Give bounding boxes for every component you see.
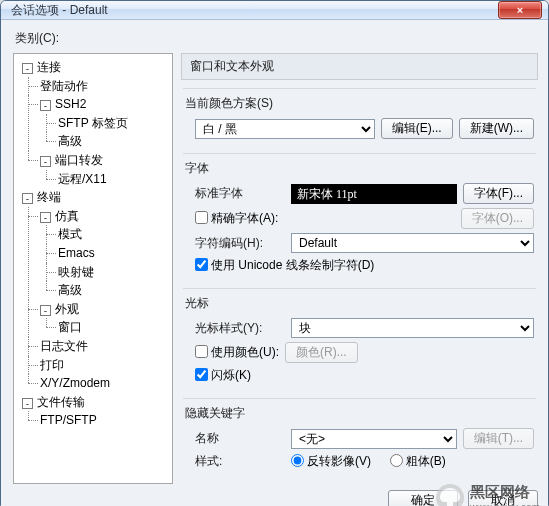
tree-item-advanced2[interactable]: 高级 bbox=[58, 281, 170, 300]
tree-item-connection[interactable]: -连接 登陆动作 -SSH2 SFTP 标签页 高级 bbox=[22, 58, 170, 188]
encoding-label: 字符编码(H): bbox=[195, 235, 285, 252]
titlebar[interactable]: 会话选项 - Default × bbox=[1, 1, 548, 20]
dialog-buttons: 确定 取消 bbox=[13, 484, 538, 506]
hidden-style-label: 样式: bbox=[195, 453, 285, 470]
expander-icon[interactable]: - bbox=[22, 398, 33, 409]
tree-item-login[interactable]: 登陆动作 bbox=[40, 77, 170, 96]
encoding-select[interactable]: Default bbox=[291, 233, 534, 253]
tree-item-ssh2[interactable]: -SSH2 SFTP 标签页 高级 bbox=[40, 95, 170, 151]
precise-font-button: 字体(O)... bbox=[461, 208, 534, 229]
tree-item-emulation[interactable]: -仿真 模式 Emacs 映射键 高级 bbox=[40, 207, 170, 300]
tree-item-xyz[interactable]: X/Y/Zmodem bbox=[40, 374, 170, 393]
tree-item-remote-x11[interactable]: 远程/X11 bbox=[58, 170, 170, 189]
std-font-label: 标准字体 bbox=[195, 185, 285, 202]
tree-item-sftp-tab[interactable]: SFTP 标签页 bbox=[58, 114, 170, 133]
std-font-button[interactable]: 字体(F)... bbox=[463, 183, 534, 204]
group-cursor: 光标 光标样式(Y): 块 使用颜色(U): 颜色(R)... 闪烁(K) bbox=[183, 288, 536, 398]
panel-header: 窗口和文本外观 bbox=[181, 53, 538, 80]
tree-item-logfile[interactable]: 日志文件 bbox=[40, 337, 170, 356]
cursor-style-label: 光标样式(Y): bbox=[195, 320, 285, 337]
hidden-bold-radio[interactable]: 粗体(B) bbox=[390, 453, 446, 470]
scheme-edit-button[interactable]: 编辑(E)... bbox=[381, 118, 453, 139]
window-title: 会话选项 - Default bbox=[11, 2, 108, 19]
client-area: 类别(C): -连接 登陆动作 -SSH2 SFTP 标签页 高级 bbox=[1, 20, 548, 506]
hidden-name-label: 名称 bbox=[195, 430, 285, 447]
tree-item-print[interactable]: 打印 bbox=[40, 356, 170, 375]
tree-item-mode[interactable]: 模式 bbox=[58, 225, 170, 244]
std-font-display: 新宋体 11pt bbox=[291, 184, 457, 204]
category-label: 类别(C): bbox=[15, 30, 538, 47]
tree-item-mapkeys[interactable]: 映射键 bbox=[58, 263, 170, 282]
tree-item-advanced[interactable]: 高级 bbox=[58, 132, 170, 151]
expander-icon[interactable]: - bbox=[22, 63, 33, 74]
expander-icon[interactable]: - bbox=[40, 212, 51, 223]
expander-icon[interactable]: - bbox=[40, 156, 51, 167]
tree-item-emacs[interactable]: Emacs bbox=[58, 244, 170, 263]
cursor-style-select[interactable]: 块 bbox=[291, 318, 534, 338]
hidden-group-title: 隐藏关键字 bbox=[185, 405, 534, 422]
category-tree[interactable]: -连接 登陆动作 -SSH2 SFTP 标签页 高级 bbox=[13, 53, 173, 484]
group-font: 字体 标准字体 新宋体 11pt 字体(F)... 精确字体(A): 字体(O)… bbox=[183, 153, 536, 288]
font-group-title: 字体 bbox=[185, 160, 534, 177]
group-hidden-keywords: 隐藏关键字 名称 <无> 编辑(T)... 样式: 反转影像(V) 粗体(B) bbox=[183, 398, 536, 484]
cursor-color-button: 颜色(R)... bbox=[285, 342, 358, 363]
cursor-group-title: 光标 bbox=[185, 295, 534, 312]
hidden-edit-button: 编辑(T)... bbox=[463, 428, 534, 449]
tree-item-appearance[interactable]: -外观 窗口 bbox=[40, 300, 170, 337]
close-button[interactable]: × bbox=[498, 1, 542, 19]
scheme-new-button[interactable]: 新建(W)... bbox=[459, 118, 534, 139]
expander-icon[interactable]: - bbox=[40, 305, 51, 316]
expander-icon[interactable]: - bbox=[22, 193, 33, 204]
ok-button[interactable]: 确定 bbox=[388, 490, 458, 506]
dialog-window: 会话选项 - Default × 类别(C): -连接 登陆动作 -SSH2 bbox=[0, 0, 549, 506]
scheme-select[interactable]: 白 / 黑 bbox=[195, 119, 375, 139]
tree-item-terminal[interactable]: -终端 -仿真 模式 Emacs 映射键 高级 bbox=[22, 188, 170, 393]
close-icon: × bbox=[517, 4, 523, 16]
tree-item-file-transfer[interactable]: -文件传输 FTP/SFTP bbox=[22, 393, 170, 430]
hidden-name-select[interactable]: <无> bbox=[291, 429, 457, 449]
precise-font-check[interactable]: 精确字体(A): bbox=[195, 210, 278, 227]
tree-item-window[interactable]: 窗口 bbox=[58, 318, 170, 337]
cursor-usecolor-check[interactable]: 使用颜色(U): bbox=[195, 344, 279, 361]
group-color-scheme: 当前颜色方案(S) 白 / 黑 编辑(E)... 新建(W)... bbox=[183, 88, 536, 153]
expander-icon[interactable]: - bbox=[40, 100, 51, 111]
tree-item-ftp-sftp[interactable]: FTP/SFTP bbox=[40, 411, 170, 430]
unicode-lines-check[interactable]: 使用 Unicode 线条绘制字符(D) bbox=[195, 257, 374, 274]
cursor-blink-check[interactable]: 闪烁(K) bbox=[195, 367, 251, 384]
settings-panel: 窗口和文本外观 当前颜色方案(S) 白 / 黑 编辑(E)... 新建(W)..… bbox=[181, 53, 538, 484]
scheme-label: 当前颜色方案(S) bbox=[185, 95, 534, 112]
tree-item-port-forward[interactable]: -端口转发 远程/X11 bbox=[40, 151, 170, 188]
hidden-invert-radio[interactable]: 反转影像(V) bbox=[291, 453, 371, 470]
cancel-button[interactable]: 取消 bbox=[468, 490, 538, 506]
